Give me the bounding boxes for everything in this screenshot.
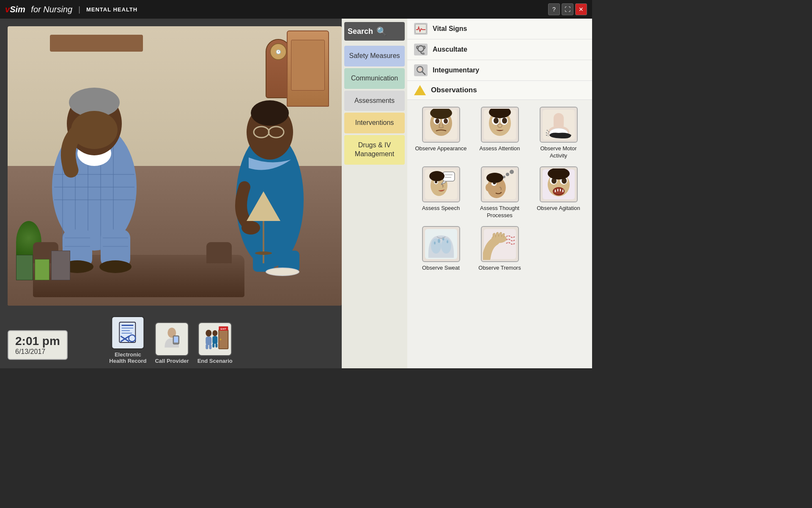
assess-attention-item[interactable]: Assess Attention	[473, 107, 527, 160]
observations-header: Observations	[407, 81, 592, 100]
titlebar: vSim for Nursing | MENTAL HEALTH ? ⛶ ✕	[0, 0, 592, 19]
resize-button[interactable]: ⛶	[562, 3, 573, 15]
observe-sweat-item[interactable]: Observe Sweat	[414, 226, 468, 272]
svg-point-71	[494, 118, 499, 124]
nav-drugs[interactable]: Drugs & IV Management	[344, 135, 405, 165]
call-provider-button[interactable]: Call Provider	[155, 322, 189, 364]
assess-thought-thumb	[481, 166, 519, 202]
observe-motor-item[interactable]: Observe Motor Activity	[532, 107, 585, 160]
content-panel: Vital Signs Auscultate	[407, 19, 592, 368]
svg-point-99	[510, 170, 514, 174]
integumentary-row[interactable]: Integumentary	[407, 60, 592, 81]
svg-point-94	[486, 184, 491, 191]
observe-appearance-label: Observe Appearance	[415, 145, 466, 152]
vital-signs-label: Vital Signs	[433, 25, 467, 33]
assess-speech-label: Assess Speech	[422, 205, 460, 212]
svg-point-72	[502, 118, 507, 124]
end-scenario-label: End Scenario	[198, 358, 233, 364]
svg-rect-33	[121, 330, 130, 331]
patient-person	[29, 69, 160, 280]
assess-attention-label: Assess Attention	[479, 145, 520, 152]
end-scenario-icon: EXIT	[198, 322, 232, 356]
observe-appearance-thumb	[422, 107, 460, 143]
assess-thought-label: Assess Thought Processes	[473, 205, 527, 219]
call-provider-label: Call Provider	[155, 358, 189, 364]
call-provider-icon	[155, 322, 189, 356]
auscultate-svg	[415, 44, 427, 55]
vital-signs-svg	[415, 24, 427, 34]
assess-thought-item[interactable]: Assess Thought Processes	[473, 166, 527, 219]
brand-for: for Nursing	[29, 5, 72, 14]
observations-grid-row3: Observe Sweat	[407, 226, 592, 279]
svg-point-98	[506, 173, 509, 176]
call-svg-icon	[160, 326, 184, 352]
svg-rect-51	[212, 336, 217, 344]
integumentary-icon	[414, 64, 428, 76]
ehr-label: ElectronicHealth Record	[109, 351, 146, 364]
svg-line-58	[422, 72, 425, 75]
svg-point-23	[251, 100, 289, 126]
ehr-button[interactable]: ElectronicHealth Record	[109, 316, 146, 364]
current-date: 6/13/2017	[15, 348, 60, 356]
observe-agitation-label: Observe Agitation	[537, 205, 580, 212]
agitation-svg	[542, 168, 576, 200]
books	[16, 251, 70, 280]
search-box[interactable]: Search 🔍	[344, 22, 405, 41]
auscultate-icon	[414, 44, 428, 55]
nav-column: Search 🔍 Safety Measures Communication A…	[342, 19, 407, 368]
integumentary-svg	[415, 65, 427, 75]
svg-point-100	[486, 173, 503, 183]
ehr-icon	[111, 316, 145, 350]
obs-warning-icon	[414, 85, 426, 95]
help-button[interactable]: ?	[548, 3, 560, 15]
assess-speech-item[interactable]: Assess Speech	[414, 166, 468, 219]
attention-svg	[483, 109, 517, 141]
close-button[interactable]: ✕	[575, 3, 587, 15]
end-scenario-button[interactable]: EXIT End Scenari	[198, 322, 233, 364]
observe-sweat-label: Observe Sweat	[422, 265, 460, 272]
observe-appearance-item[interactable]: Observe Appearance	[414, 107, 468, 160]
svg-rect-34	[121, 333, 132, 334]
observe-agitation-item[interactable]: Observe Agitation	[532, 166, 585, 219]
nav-assessments[interactable]: Assessments	[344, 91, 405, 111]
assess-speech-thumb	[422, 166, 460, 202]
auscultate-row[interactable]: Auscultate	[407, 39, 592, 60]
auscultate-label: Auscultate	[433, 46, 467, 53]
svg-point-119	[447, 240, 448, 243]
observe-tremors-item[interactable]: Observe Tremors	[473, 226, 527, 272]
observe-agitation-thumb	[540, 166, 578, 202]
observe-motor-label: Observe Motor Activity	[532, 145, 585, 160]
window-controls: ? ⛶ ✕	[548, 3, 587, 15]
time-display: 2:01 pm 6/13/2017	[8, 330, 68, 360]
vital-signs-icon	[414, 23, 428, 35]
observe-sweat-thumb	[422, 226, 460, 262]
observations-grid-row2: Assess Speech	[407, 166, 592, 226]
svg-point-55	[418, 46, 424, 52]
plate	[266, 268, 299, 276]
search-icon: 🔍	[376, 26, 387, 36]
sweat-svg	[424, 228, 458, 260]
thought-svg	[483, 168, 517, 200]
svg-point-46	[206, 330, 211, 337]
motor-svg	[542, 109, 576, 141]
speech-svg	[424, 168, 458, 200]
appearance-svg	[424, 109, 458, 141]
vital-signs-row[interactable]: Vital Signs	[407, 19, 592, 39]
svg-point-65	[444, 119, 448, 124]
svg-point-45	[219, 339, 221, 340]
nav-safety[interactable]: Safety Measures	[344, 46, 405, 66]
right-panel: Search 🔍 Safety Measures Communication A…	[342, 19, 592, 368]
observations-label: Observations	[431, 86, 477, 94]
titlebar-brand: vSim for Nursing | MENTAL HEALTH	[5, 5, 137, 14]
nav-interventions[interactable]: Interventions	[344, 113, 405, 133]
tremors-svg	[483, 228, 517, 260]
svg-point-64	[435, 119, 439, 124]
svg-rect-79	[554, 113, 564, 130]
svg-point-91	[429, 171, 444, 181]
svg-point-50	[212, 330, 217, 336]
nav-communication[interactable]: Communication	[344, 68, 405, 89]
svg-point-116	[438, 239, 440, 243]
svg-point-20	[99, 260, 132, 273]
observe-motor-thumb	[540, 107, 578, 143]
search-label: Search	[348, 27, 373, 36]
